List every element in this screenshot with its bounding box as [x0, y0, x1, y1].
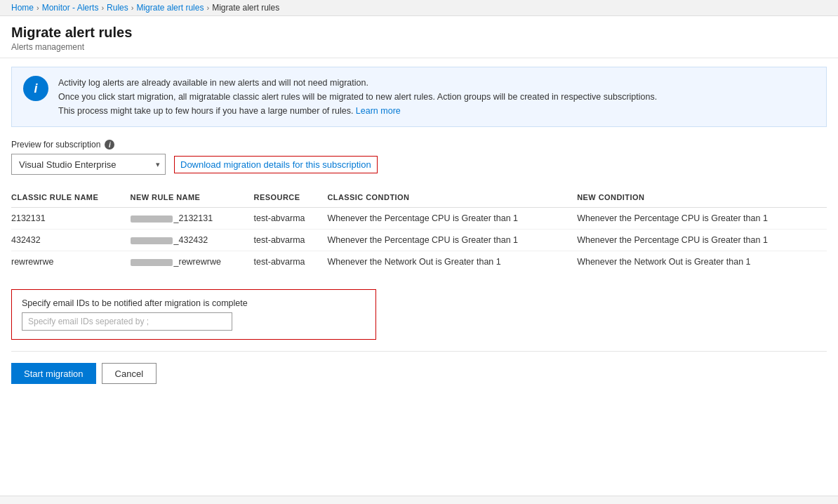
- col-classic-rule-name: Classic Rule Name: [11, 187, 131, 208]
- col-new-rule-name: New Rule Name: [131, 187, 254, 208]
- redacted-icon: [131, 259, 173, 266]
- info-line3: This process might take up to few hours …: [58, 106, 353, 116]
- page-header: Migrate alert rules Alerts management: [0, 16, 838, 58]
- row1-classic-name: 2132131: [11, 208, 131, 230]
- table-row: 432432 _432432 test-abvarma Whenever the…: [11, 230, 827, 251]
- breadcrumb-sep-1: ›: [36, 4, 39, 12]
- subscription-label-row: Preview for subscription i: [11, 140, 827, 150]
- email-input[interactable]: [22, 312, 232, 331]
- button-row: Start migration Cancel: [11, 363, 827, 398]
- col-classic-condition: Classic Condtion: [327, 187, 577, 208]
- row2-new-name: _432432: [131, 230, 254, 251]
- subscription-controls: Visual Studio Enterprise ▾ Download migr…: [11, 154, 827, 175]
- breadcrumb-sep-4: ›: [206, 4, 209, 12]
- row3-classic-condition: Whenever the Network Out is Greater than…: [327, 251, 577, 273]
- download-migration-link[interactable]: Download migration details for this subs…: [174, 156, 378, 173]
- col-resource: Resource: [254, 187, 328, 208]
- info-icon: i: [23, 76, 48, 101]
- info-line2: Once you click start migration, all migr…: [58, 92, 657, 102]
- divider: [11, 351, 827, 352]
- subscription-section: Preview for subscription i Visual Studio…: [11, 140, 827, 175]
- table-header: Classic Rule Name New Rule Name Resource…: [11, 187, 827, 208]
- breadcrumb-migrate-link[interactable]: Migrate alert rules: [136, 3, 204, 13]
- email-label: Specify email IDs to be notified after m…: [22, 298, 366, 308]
- row2-classic-condition: Whenever the Percentage CPU is Greater t…: [327, 230, 577, 251]
- table-body: 2132131 _2132131 test-abvarma Whenever t…: [11, 208, 827, 273]
- row3-resource: test-abvarma: [254, 251, 328, 273]
- row1-resource: test-abvarma: [254, 208, 328, 230]
- redacted-icon: [131, 215, 173, 223]
- subscription-dropdown-wrapper: Visual Studio Enterprise ▾: [11, 154, 166, 175]
- page-title: Migrate alert rules: [11, 25, 827, 41]
- info-line1: Activity log alerts are already availabl…: [58, 78, 368, 88]
- breadcrumb-monitor-alerts[interactable]: Monitor - Alerts: [42, 3, 99, 13]
- page-subtitle: Alerts management: [11, 42, 827, 52]
- row3-classic-name: rewrewrwe: [11, 251, 131, 273]
- row1-new-condition: Whenever the Percentage CPU is Greater t…: [577, 208, 827, 230]
- row2-resource: test-abvarma: [254, 230, 328, 251]
- start-migration-button[interactable]: Start migration: [11, 363, 96, 384]
- subscription-dropdown[interactable]: Visual Studio Enterprise: [11, 154, 166, 175]
- col-new-condition: New Condition: [577, 187, 827, 208]
- row2-new-condition: Whenever the Percentage CPU is Greater t…: [577, 230, 827, 251]
- cancel-button[interactable]: Cancel: [102, 363, 157, 384]
- table-row: 2132131 _2132131 test-abvarma Whenever t…: [11, 208, 827, 230]
- row3-new-name: _rewrewrwe: [131, 251, 254, 273]
- breadcrumb: Home › Monitor - Alerts › Rules › Migrat…: [0, 0, 838, 16]
- email-section: Specify email IDs to be notified after m…: [11, 289, 376, 340]
- info-banner: i Activity log alerts are already availa…: [11, 67, 827, 127]
- rules-table: Classic Rule Name New Rule Name Resource…: [11, 187, 827, 272]
- subscription-label: Preview for subscription: [11, 140, 100, 150]
- row2-classic-name: 432432: [11, 230, 131, 251]
- redacted-icon: [131, 237, 173, 244]
- subscription-info-icon: i: [105, 140, 114, 150]
- main-content: i Activity log alerts are already availa…: [0, 58, 838, 406]
- breadcrumb-sep-3: ›: [131, 4, 134, 12]
- learn-more-link[interactable]: Learn more: [356, 106, 401, 116]
- row1-new-name: _2132131: [131, 208, 254, 230]
- breadcrumb-home[interactable]: Home: [11, 3, 34, 13]
- info-banner-text: Activity log alerts are already availabl…: [58, 76, 657, 118]
- table-row: rewrewrwe _rewrewrwe test-abvarma Whenev…: [11, 251, 827, 273]
- breadcrumb-sep-2: ›: [101, 4, 104, 12]
- row1-classic-condition: Whenever the Percentage CPU is Greater t…: [327, 208, 577, 230]
- breadcrumb-rules[interactable]: Rules: [107, 3, 128, 13]
- row3-new-condition: Whenever the Network Out is Greater than…: [577, 251, 827, 273]
- breadcrumb-current: Migrate alert rules: [212, 3, 279, 13]
